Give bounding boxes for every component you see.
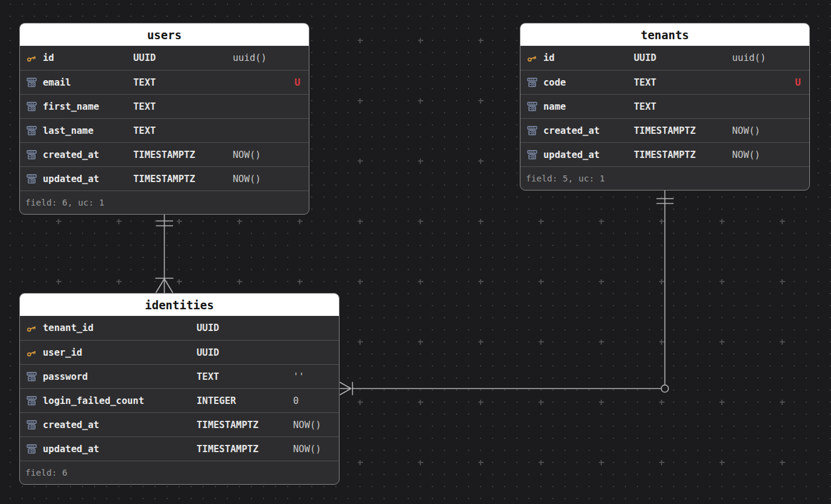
field-row[interactable]: idUUIDuuid() (20, 46, 309, 70)
field-row[interactable]: last_nameTEXT (20, 118, 309, 142)
column-icon (20, 101, 43, 112)
field-row[interactable]: login_failed_countINTEGER0 (20, 388, 339, 412)
field-name: password (43, 371, 197, 382)
field-type: TIMESTAMPTZ (634, 125, 732, 136)
column-icon (20, 443, 43, 455)
primary-key-icon (20, 323, 43, 333)
table-footer-text: field: 6, uc: 1 (25, 198, 104, 207)
table-body: idUUIDuuid()codeTEXTUnameTEXTcreated_atT… (520, 46, 809, 166)
column-icon (20, 419, 43, 430)
table-node-identities[interactable]: identities tenant_idUUIDuser_idUUIDpassw… (19, 293, 340, 485)
field-name: updated_at (543, 150, 634, 160)
table-title: tenants (640, 28, 689, 42)
field-default: '' (293, 371, 318, 382)
field-row[interactable]: nameTEXT (520, 94, 809, 118)
field-row[interactable]: first_nameTEXT (20, 94, 309, 118)
field-type: TEXT (634, 101, 732, 112)
table-header[interactable]: identities (20, 294, 339, 316)
table-body: tenant_idUUIDuser_idUUIDpasswordTEXT''lo… (20, 316, 339, 461)
field-row[interactable]: codeTEXTU (520, 70, 809, 94)
table-footer: field: 5, uc: 1 (520, 166, 809, 190)
field-default: uuid() (233, 52, 288, 63)
field-type: UUID (197, 323, 293, 333)
field-type: TIMESTAMPTZ (197, 420, 293, 430)
column-icon (520, 125, 543, 136)
table-node-tenants[interactable]: tenants idUUIDuuid()codeTEXTUnameTEXTcre… (520, 23, 810, 191)
field-name: code (543, 77, 634, 88)
field-row[interactable]: passwordTEXT'' (20, 364, 339, 388)
relationship-bend-node (662, 385, 669, 392)
field-name: updated_at (43, 174, 133, 184)
field-type: UUID (197, 347, 293, 358)
table-node-users[interactable]: users idUUIDuuid()emailTEXTUfirst_nameTE… (19, 23, 309, 215)
table-title: users (147, 28, 182, 42)
field-type: TEXT (133, 77, 233, 88)
relationship-tenants-identities[interactable] (340, 191, 674, 395)
table-footer-text: field: 5, uc: 1 (526, 174, 605, 183)
table-footer: field: 6, uc: 1 (20, 191, 309, 214)
field-row[interactable]: idUUIDuuid() (520, 46, 809, 70)
field-default: 0 (293, 395, 318, 406)
field-default: NOW() (732, 150, 789, 160)
field-name: updated_at (43, 444, 197, 455)
column-icon (520, 101, 543, 112)
field-type: UUID (133, 52, 233, 63)
field-type: TEXT (197, 371, 293, 382)
column-icon (20, 125, 43, 136)
table-footer: field: 6 (20, 461, 339, 484)
field-type: TEXT (133, 125, 233, 136)
field-name: created_at (43, 150, 133, 160)
field-row[interactable]: created_atTIMESTAMPTZNOW() (520, 118, 809, 142)
table-title: identities (145, 298, 213, 312)
field-type: UUID (634, 52, 732, 63)
field-type: TEXT (634, 77, 732, 88)
field-name: created_at (43, 420, 197, 430)
field-type: TEXT (133, 101, 233, 112)
field-row[interactable]: updated_atTIMESTAMPTZNOW() (520, 142, 809, 166)
table-header[interactable]: users (20, 24, 309, 46)
cardinality-many-marker (340, 382, 353, 395)
field-row[interactable]: updated_atTIMESTAMPTZNOW() (20, 436, 339, 461)
field-default: NOW() (293, 420, 321, 430)
field-row[interactable]: user_idUUID (20, 340, 339, 364)
field-name: tenant_id (43, 323, 197, 333)
field-type: TIMESTAMPTZ (133, 150, 233, 160)
field-type: TIMESTAMPTZ (634, 150, 732, 160)
field-name: first_name (43, 101, 133, 112)
field-default: NOW() (233, 174, 288, 184)
field-default: NOW() (233, 150, 288, 160)
field-name: created_at (543, 125, 634, 136)
field-row[interactable]: emailTEXTU (20, 70, 309, 94)
field-row[interactable]: created_atTIMESTAMPTZNOW() (20, 412, 339, 436)
column-icon (520, 149, 543, 160)
column-icon (20, 149, 43, 160)
column-icon (520, 77, 543, 88)
field-name: last_name (43, 125, 133, 136)
table-body: idUUIDuuid()emailTEXTUfirst_nameTEXTlast… (20, 46, 309, 191)
field-type: TIMESTAMPTZ (197, 444, 293, 455)
table-footer-text: field: 6 (25, 468, 68, 477)
column-icon (20, 371, 43, 382)
field-name: login_failed_count (43, 395, 197, 406)
field-name: name (543, 101, 634, 112)
field-default: NOW() (293, 444, 321, 455)
unique-badge: U (789, 77, 809, 88)
field-name: id (43, 52, 133, 63)
column-icon (20, 395, 43, 406)
field-default: NOW() (732, 125, 789, 136)
column-icon (20, 173, 43, 184)
table-header[interactable]: tenants (520, 24, 809, 46)
primary-key-icon (520, 52, 543, 63)
erd-canvas[interactable]: users idUUIDuuid()emailTEXTUfirst_nameTE… (0, 0, 831, 504)
primary-key-icon (20, 52, 43, 63)
field-row[interactable]: tenant_idUUID (20, 316, 339, 340)
field-row[interactable]: updated_atTIMESTAMPTZNOW() (20, 166, 309, 191)
field-type: TIMESTAMPTZ (133, 174, 233, 184)
field-name: id (543, 52, 634, 63)
unique-badge: U (288, 77, 309, 88)
primary-key-icon (20, 347, 43, 358)
column-icon (20, 77, 43, 88)
field-row[interactable]: created_atTIMESTAMPTZNOW() (20, 142, 309, 166)
relationship-users-identities[interactable] (156, 215, 174, 294)
field-name: user_id (43, 347, 197, 358)
